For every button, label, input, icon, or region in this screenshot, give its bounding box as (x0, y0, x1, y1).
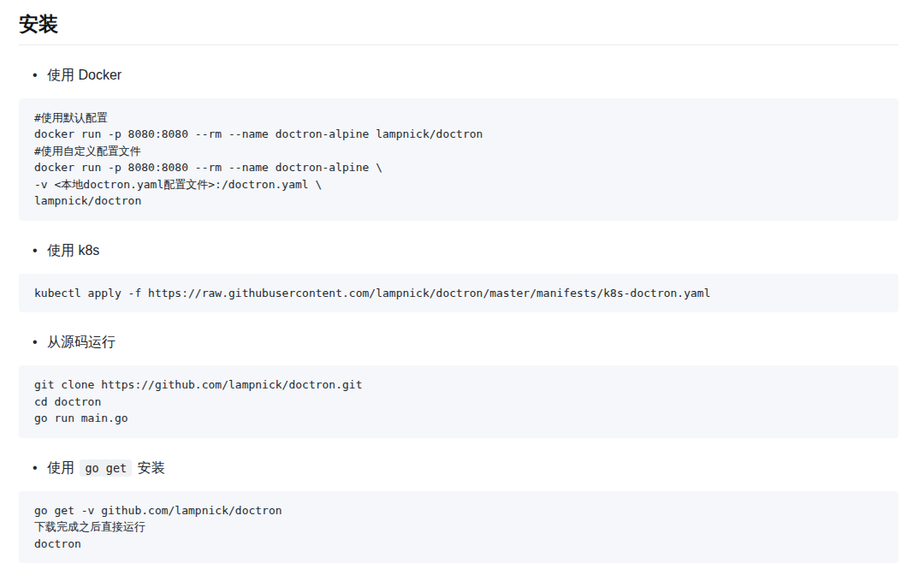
bullet-use-docker-label: 使用 Docker (47, 68, 121, 82)
bullet-run-from-source-label: 从源码运行 (47, 335, 116, 349)
code-block-docker: #使用默认配置 docker run -p 8080:8080 --rm --n… (19, 98, 898, 221)
bullet-use-k8s: 使用 k8s (19, 240, 898, 261)
code-block-go-get: go get -v github.com/lampnick/doctron 下载… (19, 491, 898, 564)
bullet-run-from-source: 从源码运行 (19, 332, 898, 353)
code-block-docker-text: #使用默认配置 docker run -p 8080:8080 --rm --n… (34, 111, 483, 208)
bullet-use-docker: 使用 Docker (19, 65, 898, 86)
code-block-source-text: git clone https://github.com/lampnick/do… (34, 378, 363, 424)
inline-code-go-get: go get (80, 459, 132, 477)
bullet-use-go-get-prefix: 使用 (47, 460, 78, 475)
code-block-k8s-text: kubectl apply -f https://raw.githubuserc… (34, 287, 711, 299)
code-block-go-get-text: go get -v github.com/lampnick/doctron 下载… (34, 504, 282, 550)
bullet-use-k8s-label: 使用 k8s (47, 243, 99, 258)
code-block-source: git clone https://github.com/lampnick/do… (19, 365, 898, 438)
readme-content: 安装 使用 Docker #使用默认配置 docker run -p 8080:… (0, 0, 924, 563)
bullet-use-go-get: 使用 go get 安装 (19, 458, 898, 478)
code-block-k8s: kubectl apply -f https://raw.githubuserc… (19, 274, 898, 313)
page-title: 安装 (19, 12, 898, 45)
bullet-use-go-get-suffix: 安装 (133, 460, 164, 475)
